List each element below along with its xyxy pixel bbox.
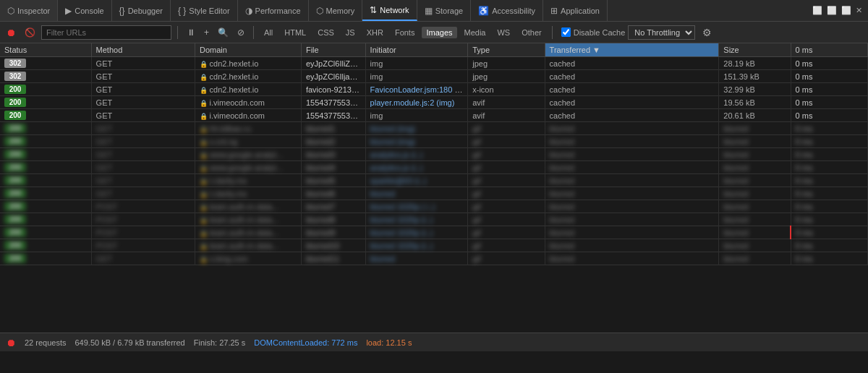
block-icon[interactable]: ⊘ bbox=[234, 26, 247, 39]
tab-network[interactable]: ⇅ Network bbox=[362, 0, 417, 21]
filter-xhr[interactable]: XHR bbox=[362, 27, 388, 38]
time-cell: 0 ms bbox=[791, 83, 867, 96]
col-header-domain[interactable]: Domain bbox=[195, 43, 302, 57]
method-cell: GET bbox=[91, 96, 195, 109]
type-cell: gif bbox=[468, 122, 545, 135]
filter-html[interactable]: HTML bbox=[280, 27, 310, 38]
initiator-cell: blurred 1020p (i..) bbox=[365, 213, 468, 226]
tab-debugger[interactable]: {} Debugger bbox=[112, 0, 171, 21]
tab-accessibility[interactable]: ♿ Accessibility bbox=[471, 0, 543, 21]
filter-fonts[interactable]: Fonts bbox=[391, 27, 420, 38]
size-cell: blurred bbox=[719, 161, 791, 174]
filter-all[interactable]: All bbox=[260, 27, 277, 38]
status-badge: 200 bbox=[4, 241, 26, 250]
table-row[interactable]: 200GET🔒 cdn2.hexlet.iofavicon-9213ff1fc3… bbox=[0, 83, 868, 96]
col-header-type[interactable]: Type bbox=[468, 43, 545, 57]
col-header-transferred[interactable]: Transferred bbox=[545, 43, 719, 57]
size-cell: blurred bbox=[719, 226, 791, 239]
tab-storage[interactable]: ▦ Storage bbox=[417, 0, 472, 21]
method-cell: POST bbox=[91, 239, 195, 252]
performance-icon: ◑ bbox=[245, 6, 252, 16]
col-header-file[interactable]: File bbox=[301, 43, 365, 57]
time-cell: 0 ms bbox=[791, 239, 867, 252]
window-btn-3[interactable]: ⬜ bbox=[841, 6, 851, 15]
table-row[interactable]: 200GET🔒 hh.bilbao.rublurred1blurred (img… bbox=[0, 122, 868, 135]
initiator-link[interactable]: FaviconLoader.jsm:180 (i... bbox=[370, 85, 466, 94]
tab-style-editor[interactable]: { } Style Editor bbox=[171, 0, 238, 21]
console-icon: ▶ bbox=[65, 6, 72, 16]
transferred-cell: cached bbox=[545, 96, 719, 109]
search-icon[interactable]: 🔍 bbox=[215, 26, 231, 39]
transferred-cell: cached bbox=[545, 109, 719, 122]
status-bar: ⏺ 22 requests 649.50 kB / 6.79 kB transf… bbox=[0, 333, 868, 351]
disable-cache-label[interactable]: Disable Cache bbox=[561, 27, 626, 37]
window-btn-2[interactable]: ⬜ bbox=[827, 6, 837, 15]
throttle-select[interactable]: No Throttling bbox=[628, 25, 695, 40]
table-row[interactable]: 200GET🔒 s.bing.comblurred11blurredgifblu… bbox=[0, 252, 868, 265]
table-row[interactable]: 200GET🔒 i.vimeocdn.com1554377553-1db9891… bbox=[0, 109, 868, 122]
initiator-link[interactable]: player.module.js:2 (img) bbox=[370, 98, 455, 107]
table-row[interactable]: 200GET🔒 www.google-analyt...blurred3anal… bbox=[0, 148, 868, 161]
table-row[interactable]: 200GET🔒 t.clarity.msblurred5sparkle@63 (… bbox=[0, 174, 868, 187]
lock-icon: 🔒 bbox=[200, 204, 210, 211]
table-row[interactable]: 302GET🔒 cdn2.hexlet.ioeyJpZCl6IljaA4YTlm… bbox=[0, 70, 868, 83]
clear-button[interactable]: 🚫 bbox=[22, 26, 38, 39]
status-badge: 200 bbox=[4, 228, 26, 237]
method-cell: GET bbox=[91, 83, 195, 96]
status-badge: 200 bbox=[4, 254, 26, 263]
gear-icon[interactable]: ⚙ bbox=[698, 25, 716, 40]
initiator-cell: img bbox=[365, 70, 468, 83]
table-row[interactable]: 200GET🔒 s.cnt.ngblurred2blurred (img)gif… bbox=[0, 135, 868, 148]
col-header-size[interactable]: Size bbox=[719, 43, 791, 57]
method-cell: GET bbox=[91, 174, 195, 187]
table-row[interactable]: 200POST🔒 team.auth-m-data...blurred8blur… bbox=[0, 213, 868, 226]
domain-cell: 🔒 cdn2.hexlet.io bbox=[195, 83, 302, 96]
tab-inspector-label: Inspector bbox=[17, 7, 50, 15]
domain-cell: 🔒 cdn2.hexlet.io bbox=[195, 57, 302, 70]
tab-performance[interactable]: ◑ Performance bbox=[238, 0, 309, 21]
window-btn-1[interactable]: ⬜ bbox=[812, 6, 822, 15]
pause-icon[interactable]: ⏸ bbox=[184, 26, 198, 39]
table-row[interactable]: 200POST🔒 team.auth-m-data...blurred7blur… bbox=[0, 200, 868, 213]
tab-application[interactable]: ⊞ Application bbox=[543, 0, 608, 21]
filter-other[interactable]: Other bbox=[517, 27, 546, 38]
disable-cache-checkbox[interactable] bbox=[561, 27, 571, 37]
filter-js[interactable]: JS bbox=[341, 27, 359, 38]
record-button[interactable]: ⏺ bbox=[3, 25, 19, 40]
record-status-btn[interactable]: ⏺ bbox=[6, 337, 16, 348]
col-header-method[interactable]: Method bbox=[91, 43, 195, 57]
filter-images[interactable]: Images bbox=[422, 27, 456, 38]
tab-inspector[interactable]: ⬡ Inspector bbox=[0, 0, 58, 21]
filter-ws[interactable]: WS bbox=[493, 27, 514, 38]
size-cell: blurred bbox=[719, 252, 791, 265]
window-btn-close[interactable]: ✕ bbox=[856, 6, 862, 15]
col-header-status[interactable]: Status bbox=[0, 43, 91, 57]
debugger-icon: {} bbox=[119, 6, 125, 16]
toolbar-divider-3 bbox=[552, 26, 553, 39]
status-badge: 200 bbox=[4, 85, 26, 94]
col-header-time[interactable]: 0 ms bbox=[791, 43, 867, 57]
table-row[interactable]: 200POST🔒 team.auth-m-data...blurred10blu… bbox=[0, 239, 868, 252]
filter-css[interactable]: CSS bbox=[313, 27, 339, 38]
type-cell: gif bbox=[468, 148, 545, 161]
tab-console-label: Console bbox=[75, 7, 103, 15]
filter-media[interactable]: Media bbox=[460, 27, 490, 38]
tab-memory[interactable]: ⬡ Memory bbox=[309, 0, 363, 21]
file-cell: blurred2 bbox=[301, 135, 365, 148]
add-icon[interactable]: + bbox=[201, 26, 212, 39]
filter-toolbar: ⏺ 🚫 ⏸ + 🔍 ⊘ All HTML CSS JS XHR Fonts Im… bbox=[0, 22, 868, 43]
filter-input[interactable] bbox=[41, 25, 171, 40]
table-row[interactable]: 200GET🔒 www.google-analyt...blurred4anal… bbox=[0, 161, 868, 174]
table-row[interactable]: 200GET🔒 i.vimeocdn.com1554377553-1db9891… bbox=[0, 96, 868, 109]
tab-console[interactable]: ▶ Console bbox=[58, 0, 111, 21]
domain-cell: 🔒 www.google-analyt... bbox=[195, 161, 302, 174]
lock-icon: 🔒 bbox=[200, 165, 210, 172]
col-header-initiator[interactable]: Initiator bbox=[365, 43, 468, 57]
table-row[interactable]: 200POST🔒 team.auth-m-data...blurred9blur… bbox=[0, 226, 868, 239]
table-row[interactable]: 200GET🔒 t.clarity.msblurred6blurredgifbl… bbox=[0, 187, 868, 200]
method-cell: POST bbox=[91, 213, 195, 226]
time-cell: 0 ms bbox=[791, 200, 867, 213]
table-row[interactable]: 302GET🔒 cdn2.hexlet.ioeyJpZCl6IliZDU5NWJ… bbox=[0, 57, 868, 70]
domain-cell: 🔒 team.auth-m-data... bbox=[195, 239, 302, 252]
domain-cell: 🔒 hh.bilbao.ru bbox=[195, 122, 302, 135]
